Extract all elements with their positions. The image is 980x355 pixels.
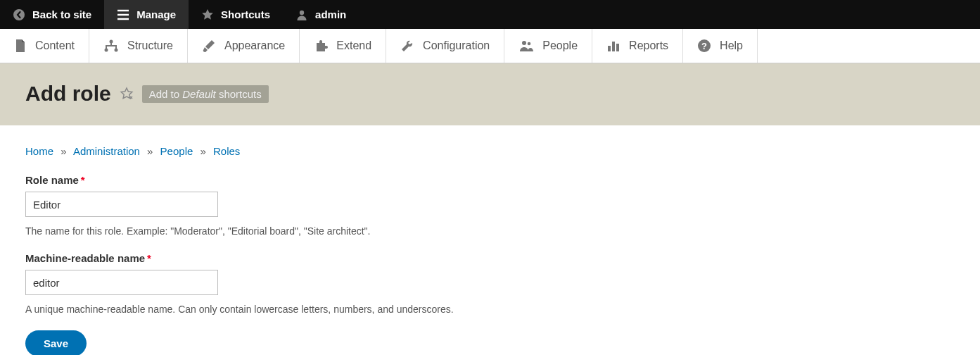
breadcrumb: Home » Administration » People » Roles	[25, 145, 955, 157]
hierarchy-icon	[103, 39, 119, 53]
role-name-help: The name for this role. Example: "Modera…	[25, 225, 955, 237]
svg-rect-9	[616, 44, 619, 51]
menu-configuration-label: Configuration	[423, 39, 490, 52]
breadcrumb-home[interactable]: Home	[25, 145, 53, 157]
manage-link[interactable]: Manage	[104, 0, 189, 29]
svg-point-5	[522, 41, 526, 45]
breadcrumb-sep: »	[61, 145, 66, 157]
breadcrumb-sep: »	[147, 145, 153, 157]
menu-extend-label: Extend	[336, 39, 371, 52]
breadcrumb-people[interactable]: People	[160, 145, 193, 157]
svg-rect-7	[608, 46, 611, 51]
back-to-site-label: Back to site	[32, 8, 91, 20]
people-icon	[518, 39, 534, 53]
menu-help-label: Help	[720, 39, 743, 52]
help-icon: ?	[697, 39, 711, 53]
breadcrumb-administration[interactable]: Administration	[73, 145, 140, 157]
manage-label: Manage	[136, 8, 176, 20]
puzzle-icon	[314, 39, 328, 53]
page-title: Add role	[25, 82, 111, 106]
star-icon	[201, 8, 214, 21]
role-name-label: Role name*	[25, 174, 955, 186]
shortcuts-label: Shortcuts	[221, 8, 270, 20]
top-toolbar: Back to site Manage Shortcuts admin	[0, 0, 980, 29]
menu-structure[interactable]: Structure	[89, 29, 188, 63]
role-name-field-wrapper: Role name* The name for this role. Examp…	[25, 174, 955, 237]
user-label: admin	[315, 8, 346, 20]
svg-text:?: ?	[701, 41, 707, 51]
menu-people-label: People	[542, 39, 578, 52]
wrench-icon	[400, 39, 414, 53]
hamburger-icon	[117, 8, 129, 21]
back-arrow-icon	[13, 8, 25, 21]
menu-content-label: Content	[35, 39, 75, 52]
save-button[interactable]: Save	[25, 330, 87, 355]
menu-people[interactable]: People	[504, 29, 592, 63]
svg-point-1	[300, 10, 304, 14]
svg-point-0	[13, 9, 25, 20]
machine-name-help: A unique machine-readable name. Can only…	[25, 304, 955, 315]
file-icon	[14, 39, 27, 53]
content-region: Home » Administration » People » Roles R…	[0, 125, 980, 355]
star-outline-icon[interactable]	[120, 87, 134, 101]
machine-name-label: Machine-readable name*	[25, 252, 955, 264]
bar-chart-icon	[606, 39, 621, 53]
menu-reports[interactable]: Reports	[592, 29, 683, 63]
menu-reports-label: Reports	[629, 39, 668, 52]
menu-appearance[interactable]: Appearance	[188, 29, 300, 63]
paintbrush-icon	[202, 39, 216, 53]
svg-point-6	[528, 42, 531, 46]
title-area: Add role Add to Default shortcuts	[0, 63, 980, 125]
user-link[interactable]: admin	[283, 0, 359, 29]
svg-point-4	[115, 49, 118, 52]
back-to-site-link[interactable]: Back to site	[0, 0, 104, 29]
breadcrumb-sep: »	[201, 145, 206, 157]
breadcrumb-roles[interactable]: Roles	[213, 145, 240, 157]
menu-extend[interactable]: Extend	[300, 29, 386, 63]
svg-rect-8	[612, 42, 615, 51]
machine-name-input[interactable]	[25, 270, 218, 295]
required-marker: *	[147, 252, 151, 264]
role-name-input[interactable]	[25, 192, 218, 217]
admin-menu: Content Structure Appearance Extend Conf…	[0, 29, 980, 63]
menu-help[interactable]: ? Help	[683, 29, 758, 63]
shortcuts-link[interactable]: Shortcuts	[189, 0, 283, 29]
svg-point-3	[105, 49, 108, 52]
menu-content[interactable]: Content	[0, 29, 89, 63]
menu-structure-label: Structure	[127, 39, 173, 52]
svg-point-2	[110, 40, 113, 44]
menu-appearance-label: Appearance	[224, 39, 285, 52]
menu-configuration[interactable]: Configuration	[386, 29, 504, 63]
user-icon	[295, 8, 308, 21]
machine-name-field-wrapper: Machine-readable name* A unique machine-…	[25, 252, 955, 315]
shortcut-tooltip: Add to Default shortcuts	[142, 85, 269, 103]
required-marker: *	[81, 174, 85, 186]
